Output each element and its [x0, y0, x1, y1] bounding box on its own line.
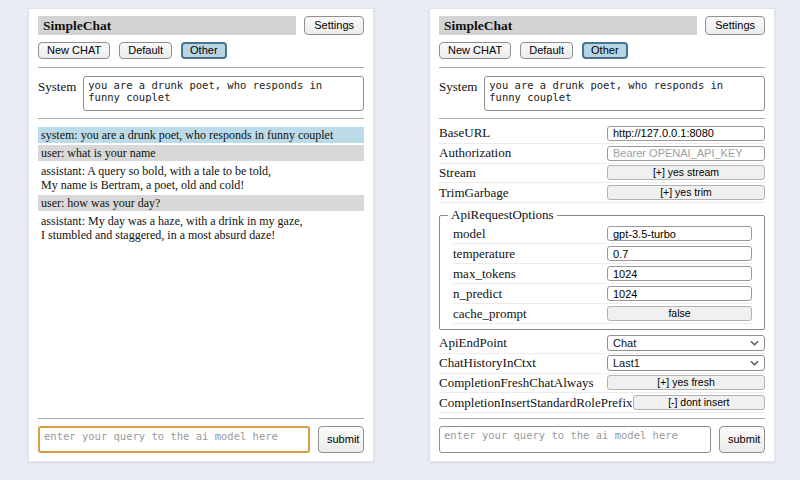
- temperature-label: temperature: [453, 246, 515, 262]
- completion-fresh-chat-always-label: CompletionFreshChatAlways: [439, 375, 594, 391]
- authorization-label: Authorization: [439, 145, 511, 161]
- chat-message-user: user: how was your day?: [38, 195, 364, 211]
- completion-insert-toggle-button[interactable]: [-] dont insert: [633, 395, 765, 410]
- chat-message-assistant: assistant: My day was a haze, with a dri…: [38, 213, 364, 243]
- divider: [439, 118, 765, 119]
- settings-panel: SimpleChat Settings New CHAT Default Oth…: [429, 8, 775, 462]
- chat-history-selected-value: Last1: [613, 357, 640, 369]
- system-prompt-textarea[interactable]: you are a drunk poet, who responds in fu…: [83, 76, 364, 111]
- api-endpoint-select[interactable]: Chat: [607, 335, 765, 351]
- system-label: System: [439, 76, 477, 95]
- submit-button[interactable]: submit: [719, 426, 765, 453]
- panel-header: SimpleChat Settings: [38, 16, 364, 35]
- setting-row-cache-prompt: cache_prompt false: [453, 304, 752, 324]
- settings-button[interactable]: Settings: [304, 16, 364, 35]
- setting-row-trimgarbage: TrimGarbage [+] yes trim: [439, 183, 765, 203]
- query-row: submit: [38, 426, 364, 453]
- stream-label: Stream: [439, 165, 476, 181]
- system-prompt-row: System you are a drunk poet, who respond…: [38, 76, 364, 111]
- panel-header: SimpleChat Settings: [439, 16, 765, 35]
- trimgarbage-toggle-button[interactable]: [+] yes trim: [607, 185, 765, 200]
- page: SimpleChat Settings New CHAT Default Oth…: [0, 0, 800, 462]
- settings-button[interactable]: Settings: [705, 16, 765, 35]
- chat-panel: SimpleChat Settings New CHAT Default Oth…: [28, 8, 374, 462]
- api-request-options-fieldset: ApiRequestOptions model temperature max_…: [439, 207, 765, 330]
- chat-message-assistant: assistant: A query so bold, with a tale …: [38, 163, 364, 193]
- setting-row-completion-fresh-chat-always: CompletionFreshChatAlways [+] yes fresh: [439, 374, 765, 394]
- setting-row-authorization: Authorization: [439, 144, 765, 164]
- app-title: SimpleChat: [38, 16, 296, 35]
- system-label: System: [38, 76, 76, 95]
- setting-row-api-endpoint: ApiEndPoint Chat: [439, 334, 765, 354]
- session-button-default[interactable]: Default: [520, 42, 573, 59]
- spacer: [38, 245, 364, 413]
- chevron-down-icon: [750, 360, 759, 366]
- chat-history-in-ctxt-label: ChatHistoryInCtxt: [439, 355, 536, 371]
- setting-row-chat-history-in-ctxt: ChatHistoryInCtxt Last1: [439, 354, 765, 374]
- cache-prompt-label: cache_prompt: [453, 306, 527, 322]
- completion-fresh-toggle-button[interactable]: [+] yes fresh: [607, 375, 765, 390]
- system-prompt-textarea[interactable]: you are a drunk poet, who responds in fu…: [484, 76, 765, 111]
- cache-prompt-toggle-button[interactable]: false: [607, 306, 752, 321]
- n-predict-input[interactable]: [607, 286, 752, 301]
- api-endpoint-label: ApiEndPoint: [439, 335, 507, 351]
- model-label: model: [453, 226, 486, 242]
- authorization-input[interactable]: [607, 146, 765, 161]
- trimgarbage-label: TrimGarbage: [439, 185, 509, 201]
- chat-message-system: system: you are a drunk poet, who respon…: [38, 127, 364, 143]
- session-button-default[interactable]: Default: [119, 42, 172, 59]
- setting-row-baseurl: BaseURL: [439, 124, 765, 144]
- chevron-down-icon: [750, 340, 759, 346]
- api-endpoint-selected-value: Chat: [613, 337, 636, 349]
- divider: [38, 118, 364, 119]
- divider: [439, 67, 765, 68]
- session-buttons: New CHAT Default Other: [439, 42, 765, 59]
- chat-history-in-ctxt-select[interactable]: Last1: [607, 355, 765, 371]
- session-button-other[interactable]: Other: [582, 42, 628, 59]
- max-tokens-input[interactable]: [607, 266, 752, 281]
- setting-row-model: model: [453, 224, 752, 244]
- chat-message-user: user: what is your name: [38, 145, 364, 161]
- submit-button[interactable]: submit: [318, 426, 364, 453]
- new-chat-button[interactable]: New CHAT: [38, 42, 110, 59]
- setting-row-stream: Stream [+] yes stream: [439, 164, 765, 184]
- divider: [38, 418, 364, 419]
- baseurl-label: BaseURL: [439, 125, 490, 141]
- api-request-options-legend: ApiRequestOptions: [448, 207, 557, 223]
- completion-insert-standard-role-prefix-label: CompletionInsertStandardRolePrefix: [439, 395, 633, 411]
- stream-toggle-button[interactable]: [+] yes stream: [607, 165, 765, 180]
- setting-row-max-tokens: max_tokens: [453, 264, 752, 284]
- system-prompt-row: System you are a drunk poet, who respond…: [439, 76, 765, 111]
- chat-message-list: system: you are a drunk poet, who respon…: [38, 126, 364, 245]
- temperature-input[interactable]: [607, 246, 752, 261]
- query-input[interactable]: [38, 426, 310, 453]
- divider: [439, 418, 765, 419]
- divider: [38, 67, 364, 68]
- query-row: submit: [439, 426, 765, 453]
- max-tokens-label: max_tokens: [453, 266, 516, 282]
- setting-row-n-predict: n_predict: [453, 284, 752, 304]
- new-chat-button[interactable]: New CHAT: [439, 42, 511, 59]
- query-input[interactable]: [439, 426, 711, 453]
- baseurl-input[interactable]: [607, 126, 765, 141]
- session-buttons: New CHAT Default Other: [38, 42, 364, 59]
- session-button-other[interactable]: Other: [181, 42, 227, 59]
- model-input[interactable]: [607, 226, 752, 241]
- n-predict-label: n_predict: [453, 286, 502, 302]
- setting-row-temperature: temperature: [453, 244, 752, 264]
- setting-row-completion-insert-standard-role-prefix: CompletionInsertStandardRolePrefix [-] d…: [439, 393, 765, 413]
- app-title: SimpleChat: [439, 16, 697, 35]
